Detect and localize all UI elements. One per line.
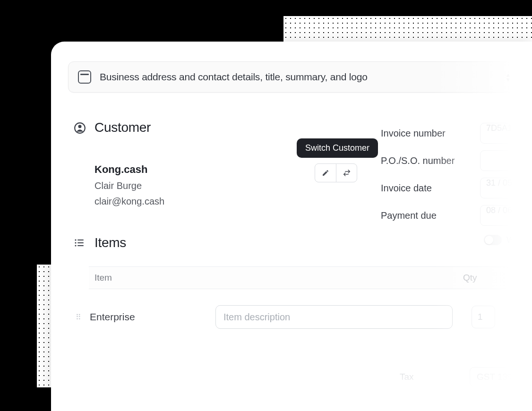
customer-button-group [315,163,357,182]
item-description-input[interactable]: Item description [215,305,453,329]
header-section-icon [78,70,91,84]
invoice-number-input[interactable]: 7D5A1-00 [480,123,532,144]
invoice-date-input[interactable]: 31 / 05 / 2 [480,178,532,198]
svg-rect-7 [77,245,84,246]
invoice-editor-card: Business address and contact details, ti… [51,42,532,411]
expand-chevron-icon: ▴▾ [506,72,510,82]
within-label: Within [506,235,530,245]
swap-icon [343,169,351,177]
customer-section-title: Customer [94,120,151,135]
within-toggle[interactable] [484,235,502,245]
tax-label: Tax [400,372,414,382]
svg-point-6 [75,245,76,246]
poso-number-label: P.O./S.O. number [381,155,455,166]
business-details-collapsed-banner[interactable]: Business address and contact details, ti… [68,61,522,93]
switch-customer-button[interactable] [336,164,357,182]
edit-customer-button[interactable] [315,164,336,182]
svg-point-4 [75,242,76,243]
svg-rect-5 [77,242,84,243]
items-table-header: Item Qty [89,266,532,289]
svg-rect-3 [77,240,84,240]
customer-actions: Switch Customer [297,138,378,182]
invoice-number-label: Invoice number [381,128,446,139]
tax-option-2[interactable]: GST 5% [475,395,523,411]
items-section-title: Items [94,235,126,250]
item-qty-input[interactable]: 1 [472,306,495,328]
svg-point-2 [75,239,76,240]
item-row: ⠿ Enterprise Item description 1 [76,305,532,329]
drag-handle-icon[interactable]: ⠿ [76,313,81,322]
payment-due-within-row: Within [381,235,532,245]
banner-text: Business address and contact details, ti… [100,71,368,83]
invoice-date-label: Invoice date [381,183,432,194]
tax-option-1[interactable]: GST 13% [470,367,523,387]
svg-point-1 [78,125,82,128]
switch-customer-tooltip: Switch Customer [297,138,378,158]
col-item-header: Item [94,273,463,283]
col-qty-header: Qty [463,273,477,283]
payment-due-label: Payment due [381,210,437,221]
list-icon [74,237,86,249]
tax-area: Tax GST 13% GST 5% [400,363,523,411]
invoice-meta: Invoice number 7D5A1-00 P.O./S.O. number… [381,120,532,245]
payment-due-input[interactable]: 08 / 06 / 2 [480,205,532,226]
poso-number-input[interactable] [480,150,532,171]
item-name[interactable]: Enterprise [90,311,207,323]
pencil-icon [322,169,329,177]
customer-icon [74,122,86,134]
